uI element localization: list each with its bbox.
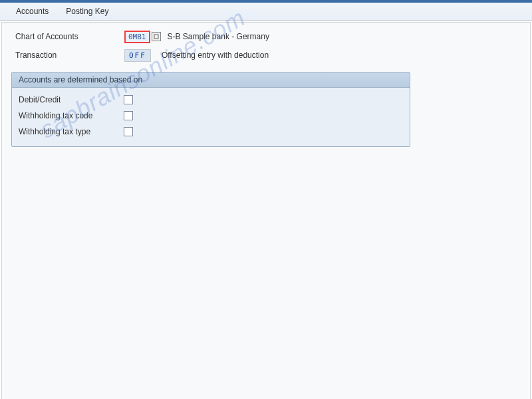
row-wht-type: Withholding tax type [19, 124, 403, 140]
search-help-icon[interactable] [152, 32, 161, 41]
desc-chart-of-accounts: S-B Sample bank - Germany [168, 32, 269, 41]
label-transaction: Transaction [11, 51, 124, 60]
row-transaction: Transaction OFF Offsetting entry with de… [11, 48, 521, 63]
row-wht-code: Withholding tax code [19, 108, 403, 124]
content-area: Chart of Accounts 0MB1 S-B Sample bank -… [1, 22, 531, 399]
group-body: Debit/Credit Withholding tax code Withho… [12, 88, 410, 146]
row-chart-of-accounts: Chart of Accounts 0MB1 S-B Sample bank -… [11, 29, 521, 44]
label-wht-type: Withholding tax type [19, 127, 124, 136]
label-debit-credit: Debit/Credit [19, 95, 124, 104]
value-transaction: OFF [124, 49, 151, 62]
label-wht-code: Withholding tax code [19, 111, 124, 120]
menu-bar: Accounts Posting Key [0, 3, 532, 21]
group-accounts-determined: Accounts are determined based on Debit/C… [11, 72, 410, 147]
label-chart-of-accounts: Chart of Accounts [11, 32, 124, 41]
row-debit-credit: Debit/Credit [19, 92, 403, 108]
input-chart-of-accounts[interactable]: 0MB1 [124, 31, 150, 43]
desc-transaction: Offsetting entry with deduction [162, 51, 269, 60]
group-header: Accounts are determined based on [12, 72, 410, 88]
menu-posting-key[interactable]: Posting Key [63, 5, 111, 17]
menu-accounts[interactable]: Accounts [13, 5, 51, 17]
checkbox-wht-code[interactable] [124, 111, 133, 120]
checkbox-wht-type[interactable] [124, 127, 133, 136]
checkbox-debit-credit[interactable] [124, 95, 133, 104]
svg-rect-0 [154, 35, 158, 39]
